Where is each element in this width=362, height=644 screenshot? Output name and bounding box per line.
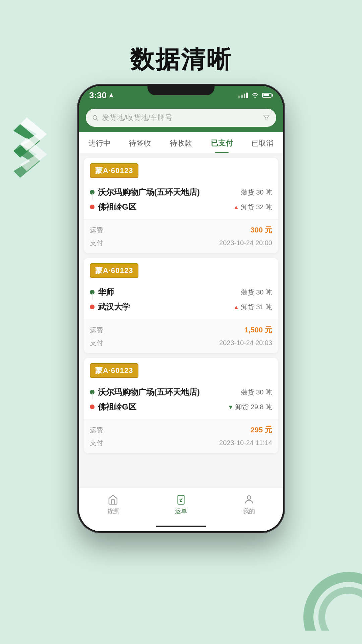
order-2-to: 武汉大学 [98, 302, 130, 312]
order-3-to: 佛祖岭G区 [98, 401, 136, 412]
plate-number-1: 蒙A·60123 [90, 163, 138, 178]
house-icon [108, 494, 118, 505]
order-1-freight-row: 运费 300 元 [90, 223, 272, 237]
nav-mine[interactable]: 我的 [215, 491, 283, 519]
order-1-to-left: 佛祖岭G区 [90, 202, 136, 212]
search-bar[interactable]: 发货地/收货地/车牌号 [86, 109, 276, 127]
battery-icon [262, 93, 273, 98]
order-2-date: 2023-10-24 20:03 [219, 339, 272, 347]
order-2-from-row: 华师 装货 30 吨 [90, 285, 272, 300]
svg-point-10 [322, 590, 362, 631]
notch [147, 84, 215, 95]
order-2-load: 装货 30 吨 [241, 288, 272, 297]
tab-paid[interactable]: 已支付 [201, 132, 242, 153]
orders-list: 蒙A·60123 沃尔玛购物广场(五环天地店) 装货 30 吨 [79, 153, 283, 488]
order-1-header: 蒙A·60123 [84, 158, 278, 182]
order-3-load: 装货 30 吨 [241, 388, 272, 397]
filter-icon[interactable] [263, 114, 270, 121]
order-2-footer: 运费 1,500 元 支付 2023-10-24 20:03 [84, 319, 278, 353]
payment-label-3: 支付 [90, 438, 103, 447]
order-2-payment-row: 支付 2023-10-24 20:03 [90, 337, 272, 349]
order-3-amount: 295 元 [250, 425, 272, 435]
order-3-unload: ▼ 卸货 29.8 吨 [228, 402, 272, 412]
svg-point-9 [308, 577, 362, 631]
phone-frame: 3:30 [77, 84, 285, 533]
order-3-freight-row: 运费 295 元 [90, 423, 272, 437]
tab-pending-sign[interactable]: 待签收 [120, 132, 161, 153]
home-bar [79, 521, 283, 531]
logo-decoration [10, 114, 64, 181]
origin-dot-2 [90, 290, 95, 294]
tab-cancelled[interactable]: 已取消 [242, 132, 283, 153]
order-2-to-row: 武汉大学 ▲ 卸货 31 吨 [90, 300, 272, 314]
order-3-date: 2023-10-24 11:14 [219, 439, 272, 447]
search-icon [92, 114, 99, 121]
nav-orders[interactable]: 运单 [147, 491, 215, 519]
order-2-header: 蒙A·60123 [84, 258, 278, 282]
order-3-from: 沃尔玛购物广场(五环天地店) [98, 387, 200, 397]
trend-icon-3: ▼ [228, 404, 235, 411]
order-3-from-row: 沃尔玛购物广场(五环天地店) 装货 30 吨 [90, 385, 272, 399]
wifi-icon [251, 93, 259, 98]
nav-orders-label: 运单 [175, 507, 187, 515]
svg-line-5 [97, 119, 98, 121]
clipboard-check-icon [176, 494, 186, 505]
order-2-from: 华师 [98, 287, 114, 298]
freight-label-2: 运费 [90, 326, 103, 335]
order-2-amount: 1,500 元 [244, 325, 272, 335]
screen: 3:30 [79, 86, 283, 531]
time-display: 3:30 [89, 90, 107, 101]
svg-point-4 [93, 115, 97, 119]
svg-point-8 [247, 496, 251, 499]
order-1-payment-row: 支付 2023-10-24 20:00 [90, 237, 272, 249]
origin-dot-1 [90, 190, 95, 195]
plate-number-3: 蒙A·60123 [90, 363, 138, 378]
bottom-right-decoration [295, 564, 362, 631]
order-3-route: 沃尔玛购物广场(五环天地店) 装货 30 吨 佛祖岭G区 ▼ 卸货 29.8 吨 [84, 382, 278, 419]
trend-icon-2: ▲ [233, 304, 241, 311]
order-3-header: 蒙A·60123 [84, 358, 278, 382]
order-1-footer: 运费 300 元 支付 2023-10-24 20:00 [84, 219, 278, 253]
order-2-from-left: 华师 [90, 287, 114, 298]
location-icon [109, 93, 114, 98]
order-1-load: 装货 30 吨 [241, 188, 272, 197]
phone-mockup: 3:30 [77, 84, 285, 533]
status-icons [238, 93, 273, 98]
order-3-payment-row: 支付 2023-10-24 11:14 [90, 437, 272, 449]
order-3-footer: 运费 295 元 支付 2023-10-24 11:14 [84, 419, 278, 453]
order-1-to: 佛祖岭G区 [98, 202, 136, 212]
bottom-navigation: 货源 运单 我的 [79, 488, 283, 521]
order-1-amount: 300 元 [250, 225, 272, 235]
origin-dot-3 [90, 390, 95, 394]
dest-dot-3 [90, 405, 95, 409]
dest-dot-2 [90, 305, 95, 309]
order-card-2[interactable]: 蒙A·60123 华师 装货 30 吨 [84, 258, 278, 353]
dest-dot-1 [90, 205, 95, 209]
order-1-from-row: 沃尔玛购物广场(五环天地店) 装货 30 吨 [90, 185, 272, 200]
order-1-route: 沃尔玛购物广场(五环天地店) 装货 30 吨 佛祖岭G区 ▲ 卸货 32 吨 [84, 182, 278, 219]
order-3-from-left: 沃尔玛购物广场(五环天地店) [90, 387, 200, 397]
order-card-3[interactable]: 蒙A·60123 沃尔玛购物广场(五环天地店) 装货 30 吨 [84, 358, 278, 453]
order-2-unload: ▲ 卸货 31 吨 [233, 303, 272, 312]
home-indicator [156, 526, 206, 527]
order-1-from: 沃尔玛购物广场(五环天地店) [98, 187, 200, 198]
freight-label-1: 运费 [90, 226, 103, 235]
order-3-to-left: 佛祖岭G区 [90, 401, 136, 412]
signal-icon [238, 93, 248, 98]
tab-pending-payment[interactable]: 待收款 [161, 132, 201, 153]
search-placeholder-text: 发货地/收货地/车牌号 [102, 113, 259, 123]
header: 发货地/收货地/车牌号 [79, 105, 283, 132]
order-card-1[interactable]: 蒙A·60123 沃尔玛购物广场(五环天地店) 装货 30 吨 [84, 158, 278, 253]
trend-icon-1: ▲ [233, 204, 241, 211]
status-time: 3:30 [89, 90, 114, 101]
order-2-to-left: 武汉大学 [90, 302, 130, 312]
plate-number-2: 蒙A·60123 [90, 263, 138, 278]
tabs-bar: 进行中 待签收 待收款 已支付 已取消 [79, 132, 283, 153]
payment-label-1: 支付 [90, 238, 103, 248]
order-2-route: 华师 装货 30 吨 武汉大学 ▲ 卸货 31 吨 [84, 282, 278, 319]
tab-in-progress[interactable]: 进行中 [79, 132, 120, 153]
order-2-freight-row: 运费 1,500 元 [90, 323, 272, 337]
order-1-to-row: 佛祖岭G区 ▲ 卸货 32 吨 [90, 200, 272, 214]
nav-cargo[interactable]: 货源 [79, 491, 147, 519]
order-1-from-left: 沃尔玛购物广场(五环天地店) [90, 187, 200, 198]
